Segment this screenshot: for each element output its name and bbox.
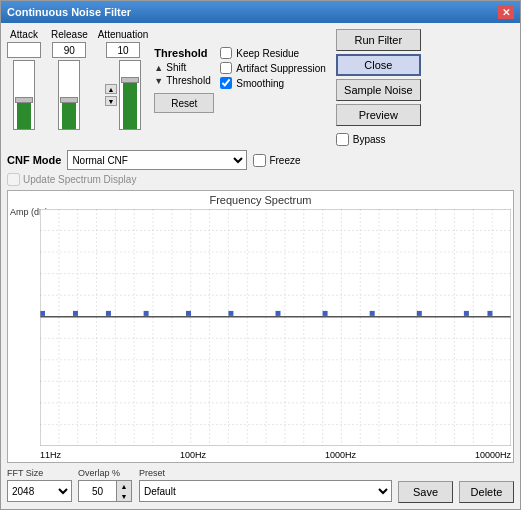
attenuation-arrows: ▲ ▼ — [105, 84, 117, 106]
preset-label: Preset — [139, 468, 392, 478]
spectrum-x-axis: 11Hz 100Hz 1000Hz 10000Hz — [40, 450, 511, 460]
freeze-checkbox[interactable] — [253, 154, 266, 167]
bypass-label: Bypass — [353, 134, 386, 145]
svg-rect-51 — [40, 311, 45, 316]
window-title: Continuous Noise Filter — [7, 6, 131, 18]
spectrum-title: Frequency Spectrum — [8, 194, 513, 206]
attenuation-slider-container: ▲ ▼ — [105, 60, 141, 130]
reset-button[interactable]: Reset — [154, 93, 214, 113]
svg-rect-59 — [370, 311, 375, 316]
preview-button[interactable]: Preview — [336, 104, 421, 126]
threshold-threshold-row: ▼ Threshold — [154, 75, 214, 86]
title-bar: Continuous Noise Filter ✕ — [1, 1, 520, 23]
svg-rect-2 — [40, 209, 511, 446]
attenuation-up-button[interactable]: ▲ — [105, 84, 117, 94]
x-tick-1000hz: 1000Hz — [325, 450, 356, 460]
freeze-label: Freeze — [253, 154, 300, 167]
fft-group: FFT Size 2048 512 1024 4096 8192 — [7, 468, 72, 502]
buttons-section: Run Filter Close Sample Noise Preview By… — [336, 29, 421, 146]
attenuation-fill — [123, 79, 137, 129]
svg-rect-53 — [106, 311, 111, 316]
keep-residue-checkbox[interactable] — [220, 47, 232, 59]
smoothing-checkbox[interactable] — [220, 77, 232, 89]
release-label: Release — [51, 29, 88, 40]
update-spectrum-text: Update Spectrum Display — [23, 174, 136, 185]
x-tick-100hz: 100Hz — [180, 450, 206, 460]
freeze-text: Freeze — [269, 155, 300, 166]
artifact-suppression-label: Artifact Suppression — [236, 63, 326, 74]
threshold-section: Threshold ▲ Shift ▼ Threshold Reset — [154, 47, 214, 113]
save-button[interactable]: Save — [398, 481, 453, 503]
close-button[interactable]: Close — [336, 54, 421, 76]
save-group: Save — [398, 467, 453, 503]
shift-up-icon: ▲ — [154, 63, 163, 73]
artifact-suppression-row: Artifact Suppression — [220, 62, 326, 74]
cnf-section: CNF Mode Normal CNF Freeze Update Spectr… — [7, 150, 514, 186]
cnf-row: CNF Mode Normal CNF Freeze — [7, 150, 514, 170]
attack-input[interactable] — [7, 42, 41, 58]
threshold-down-icon: ▼ — [154, 76, 163, 86]
smoothing-row: Smoothing — [220, 77, 326, 89]
release-group: Release — [51, 29, 88, 130]
main-window: Continuous Noise Filter ✕ Attack — [0, 0, 521, 510]
overlap-label: Overlap % — [78, 468, 133, 478]
attack-track[interactable] — [13, 60, 35, 130]
fft-label: FFT Size — [7, 468, 72, 478]
spectrum-chart: 0 -12 -24 -36 -48 -60 -72 -84 -96 -108 -… — [40, 209, 511, 446]
artifact-suppression-checkbox[interactable] — [220, 62, 232, 74]
svg-rect-60 — [417, 311, 422, 316]
release-thumb[interactable] — [60, 97, 78, 103]
attenuation-thumb[interactable] — [121, 77, 139, 83]
delete-group: Delete — [459, 467, 514, 503]
threshold-label: Threshold — [166, 75, 210, 86]
release-input[interactable] — [52, 42, 86, 58]
update-spectrum-row: Update Spectrum Display — [7, 173, 514, 186]
svg-rect-52 — [73, 311, 78, 316]
attack-thumb[interactable] — [15, 97, 33, 103]
checkboxes-section: Keep Residue Artifact Suppression Smooth… — [220, 47, 326, 89]
overlap-spinner: ▲ ▼ — [78, 480, 133, 502]
attenuation-input[interactable] — [106, 42, 140, 58]
preset-group: Preset Default — [139, 468, 392, 502]
preset-select[interactable]: Default — [139, 480, 392, 502]
update-spectrum-checkbox[interactable] — [7, 173, 20, 186]
attack-slider-container — [13, 60, 35, 130]
delete-button[interactable]: Delete — [459, 481, 514, 503]
keep-residue-row: Keep Residue — [220, 47, 326, 59]
bypass-row: Bypass — [336, 133, 421, 146]
attenuation-track[interactable] — [119, 60, 141, 130]
sample-noise-button[interactable]: Sample Noise — [336, 79, 421, 101]
release-slider-container — [58, 60, 80, 130]
bypass-checkbox[interactable] — [336, 133, 349, 146]
overlap-arrows: ▲ ▼ — [116, 480, 132, 502]
attenuation-down-button[interactable]: ▼ — [105, 96, 117, 106]
attenuation-group: Attenuation ▲ ▼ — [98, 29, 149, 130]
threshold-shift-row: ▲ Shift — [154, 62, 214, 73]
attack-label: Attack — [10, 29, 38, 40]
cnf-select[interactable]: Normal CNF — [67, 150, 247, 170]
run-filter-button[interactable]: Run Filter — [336, 29, 421, 51]
svg-rect-62 — [487, 311, 492, 316]
svg-rect-54 — [144, 311, 149, 316]
shift-label: Shift — [166, 62, 186, 73]
attack-fill — [17, 99, 31, 129]
x-tick-11hz: 11Hz — [40, 450, 61, 460]
threshold-rows: ▲ Shift ▼ Threshold — [154, 62, 214, 86]
main-content: Attack Release — [1, 23, 520, 509]
threshold-title: Threshold — [154, 47, 214, 59]
overlap-input[interactable] — [78, 480, 116, 502]
spectrum-section: Frequency Spectrum Amp (dB) — [7, 190, 514, 463]
release-track[interactable] — [58, 60, 80, 130]
overlap-down-button[interactable]: ▼ — [117, 491, 131, 501]
update-spectrum-label: Update Spectrum Display — [7, 173, 136, 186]
overlap-up-button[interactable]: ▲ — [117, 481, 131, 491]
cnf-label: CNF Mode — [7, 154, 61, 166]
close-window-button[interactable]: ✕ — [498, 5, 514, 19]
attenuation-label: Attenuation — [98, 29, 149, 40]
top-section: Attack Release — [7, 29, 514, 146]
smoothing-label: Smoothing — [236, 78, 284, 89]
x-tick-10000hz: 10000Hz — [475, 450, 511, 460]
svg-rect-58 — [323, 311, 328, 316]
svg-rect-56 — [228, 311, 233, 316]
fft-select[interactable]: 2048 512 1024 4096 8192 — [7, 480, 72, 502]
